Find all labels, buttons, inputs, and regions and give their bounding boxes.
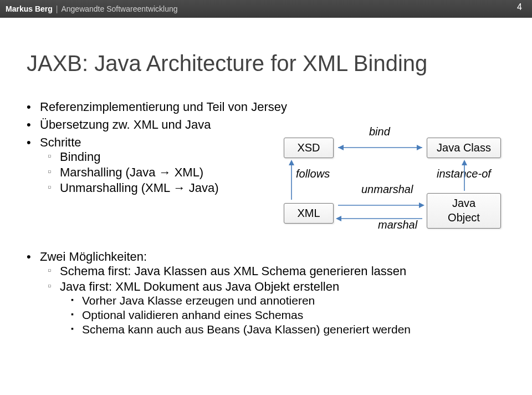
svg-marker-4 xyxy=(289,160,294,165)
bullet-reference-impl: Referenzimplementierung und Teil von Jer… xyxy=(27,100,515,114)
diagram-arrows xyxy=(255,138,515,243)
author-name: Markus Berg xyxy=(6,4,53,13)
slide-title: JAXB: Java Architecture for XML Binding xyxy=(27,51,427,76)
bullet-optional-validate: Optional validieren anhand eines Schemas xyxy=(71,308,515,322)
course-name: Angewandte Softwareentwicklung xyxy=(61,4,177,13)
svg-marker-1 xyxy=(338,145,344,150)
svg-marker-2 xyxy=(417,145,422,150)
bullet-translation: Übersetzung zw. XML und Java xyxy=(27,118,515,132)
bullet-schema-first: Schema first: Java Klassen aus XML Schem… xyxy=(48,264,515,278)
label-bind: bind xyxy=(369,125,390,138)
bullet-create-annotate: Vorher Java Klasse erzeugen und annotier… xyxy=(71,294,515,307)
bullet-steps-label: Schritte xyxy=(40,135,81,149)
svg-marker-10 xyxy=(336,216,341,221)
header-divider: | xyxy=(56,4,58,13)
bullet-two-options-label: Zwei Möglichkeiten: xyxy=(40,250,147,264)
svg-marker-8 xyxy=(419,202,424,208)
bullet-java-first: Java first: XML Dokument aus Java Objekt… xyxy=(48,280,515,336)
arrow-right-icon: → xyxy=(173,181,186,195)
bullet-two-options: Zwei Möglichkeiten: Schema first: Java K… xyxy=(27,250,515,336)
bullet-schema-from-beans: Schema kann auch aus Beans (Java Klassen… xyxy=(71,323,515,336)
svg-marker-6 xyxy=(462,160,467,165)
arrow-marshal xyxy=(336,216,422,221)
arrow-instance-of xyxy=(462,160,467,191)
arrow-follows xyxy=(289,160,294,200)
page-number: 4 xyxy=(517,2,522,12)
arrow-unmarshal xyxy=(338,202,424,208)
slide-header: Markus Berg | Angewandte Softwareentwick… xyxy=(0,0,532,18)
arrow-bind xyxy=(338,145,422,150)
arrow-right-icon: → xyxy=(159,165,171,179)
jaxb-diagram: XSD XML Java Class Java Object bind foll… xyxy=(255,138,515,243)
